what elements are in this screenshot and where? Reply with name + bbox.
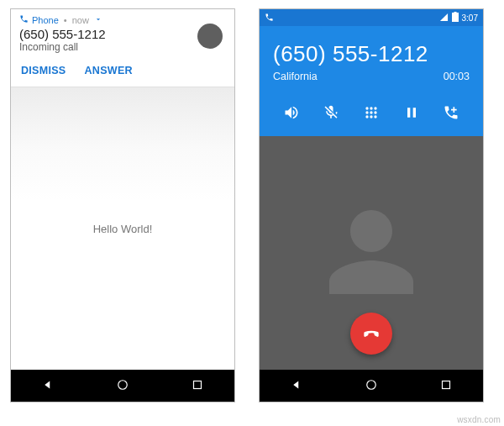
incoming-subtitle: Incoming call	[19, 41, 226, 53]
svg-point-0	[118, 380, 128, 389]
call-header: (650) 555-1212 California 00:03	[260, 26, 483, 92]
add-call-icon[interactable]	[439, 101, 463, 124]
app-content: Hello World!	[11, 87, 234, 370]
notification-actions: DISMISS ANSWER	[11, 56, 234, 87]
android-navbar	[260, 370, 483, 402]
caller-avatar	[197, 24, 223, 49]
answer-button[interactable]: ANSWER	[85, 65, 133, 76]
watermark: wsxdn.com	[457, 415, 501, 424]
signal-icon	[439, 13, 449, 24]
svg-rect-14	[442, 381, 449, 388]
phone-icon	[265, 13, 274, 24]
svg-point-9	[374, 111, 376, 113]
svg-point-6	[374, 107, 376, 109]
speaker-icon[interactable]	[280, 101, 303, 124]
svg-rect-2	[452, 13, 459, 22]
status-clock: 3:07	[462, 13, 478, 23]
dialpad-icon[interactable]	[360, 101, 383, 124]
avatar-placeholder-icon	[321, 202, 422, 305]
svg-point-11	[370, 115, 372, 118]
recent-icon[interactable]	[190, 377, 205, 395]
status-bar: 3:07	[260, 9, 483, 26]
svg-rect-1	[193, 381, 201, 388]
notification-header: Phone • now	[11, 9, 234, 27]
in-call-controls	[260, 92, 483, 136]
svg-rect-3	[454, 12, 456, 13]
pause-icon[interactable]	[400, 101, 423, 124]
call-duration: 00:03	[444, 71, 470, 82]
end-call-button[interactable]	[350, 313, 392, 355]
svg-point-5	[370, 107, 372, 109]
notification-app-name: Phone	[32, 15, 59, 25]
phone-screen-active-call: 3:07 (650) 555-1212 California 00:03	[259, 8, 484, 402]
phone-icon	[19, 14, 29, 25]
svg-point-4	[365, 107, 368, 109]
hello-world-text: Hello World!	[93, 223, 153, 235]
back-icon[interactable]	[40, 377, 55, 395]
svg-point-8	[370, 111, 372, 113]
notification-body[interactable]: (650) 555-1212 Incoming call	[11, 27, 234, 56]
home-icon[interactable]	[364, 377, 379, 395]
svg-point-12	[374, 115, 376, 118]
home-icon[interactable]	[115, 377, 130, 395]
back-icon[interactable]	[289, 377, 304, 395]
recent-icon[interactable]	[438, 377, 454, 395]
svg-point-10	[365, 115, 368, 118]
battery-icon	[452, 12, 459, 24]
caller-location: California	[273, 71, 318, 82]
active-call-number: (650) 555-1212	[273, 41, 470, 67]
separator: •	[62, 15, 69, 25]
chevron-down-icon[interactable]	[94, 15, 102, 25]
mute-icon[interactable]	[319, 101, 343, 124]
android-navbar	[11, 370, 234, 402]
svg-point-7	[365, 111, 368, 113]
call-body	[260, 136, 483, 370]
incoming-number: (650) 555-1212	[19, 27, 226, 41]
svg-point-13	[367, 380, 376, 389]
notification-time: now	[72, 15, 89, 25]
dismiss-button[interactable]: DISMISS	[21, 65, 66, 76]
phone-screen-incoming: Phone • now (650) 555-1212 Incoming call…	[10, 8, 235, 402]
